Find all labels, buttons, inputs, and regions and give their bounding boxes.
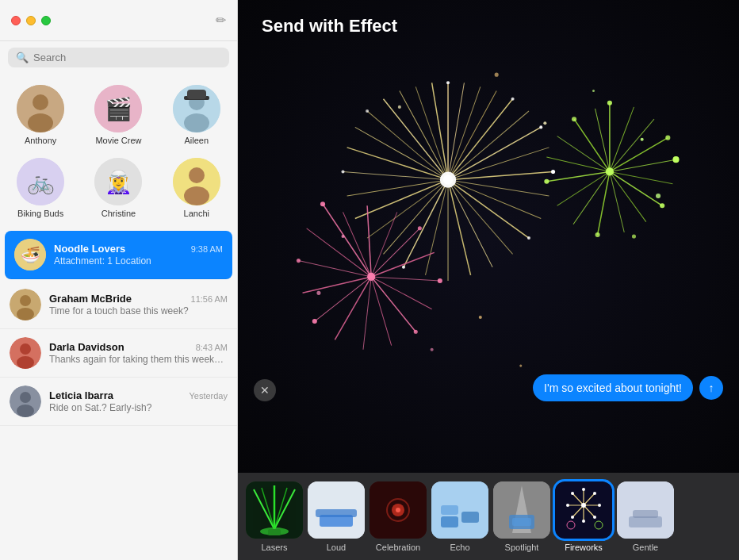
svg-rect-144 [441,516,458,527]
svg-point-124 [316,291,320,295]
svg-line-99 [610,171,624,232]
avatar-movie-crew: 🎬 [94,85,142,132]
fireworks-area: ✕ I'm so excited about tonight! ↑ [238,0,739,473]
svg-point-162 [598,504,601,507]
svg-line-92 [610,107,634,172]
svg-point-160 [582,488,585,491]
avatar-christine: 🧝‍♀️ [94,158,142,205]
svg-point-123 [341,235,344,238]
effect-thumb-fireworks [555,481,612,539]
effect-label-fireworks: Fireworks [565,543,603,552]
svg-text:🎬: 🎬 [105,96,132,122]
effect-gentle[interactable]: Gentle [617,481,674,552]
svg-point-15 [189,167,205,183]
svg-point-167 [571,492,574,495]
effect-thumb-celebration [370,481,427,539]
svg-point-16 [184,186,209,205]
svg-point-168 [581,503,586,508]
contact-name-anthony: Anthony [25,136,56,145]
conv-time-leticia: Yesterday [189,391,228,401]
conversation-graham-mcbride[interactable]: Graham McBride 11:56 AM Time for a touch… [0,281,237,329]
svg-point-21 [17,308,34,320]
svg-point-60 [539,125,542,128]
svg-point-90 [367,273,375,281]
svg-line-82 [367,205,371,277]
close-button[interactable] [11,16,21,25]
svg-line-32 [448,99,513,180]
svg-point-86 [312,319,317,324]
traffic-lights [11,16,51,25]
pinned-contact-aileen[interactable]: Aileen [159,80,234,150]
effect-label-loud: Loud [327,543,346,552]
svg-point-88 [438,278,442,283]
conv-time-graham: 11:56 AM [191,294,228,304]
effect-loud[interactable]: Loud [308,481,365,552]
fireworks-svg [238,0,739,473]
svg-point-161 [593,492,596,495]
svg-line-75 [371,277,391,346]
conv-preview-darla: Thanks again for taking them this weeken… [49,354,228,365]
contact-name-lanchi: Lanchi [184,209,209,218]
effect-label-spotlight: Spotlight [505,543,539,552]
conv-header-leticia: Leticia Ibarra Yesterday [49,389,228,401]
effect-fireworks[interactable]: Fireworks [555,481,612,552]
effect-label-gentle: Gentle [633,543,658,552]
conv-name-darla: Darla Davidson [49,341,124,353]
svg-point-116 [398,105,401,109]
svg-rect-145 [461,512,479,523]
contact-name-biking-buds: Biking Buds [17,209,63,218]
svg-point-87 [414,330,418,334]
conv-header-darla: Darla Davidson 8:43 AM [49,341,228,353]
search-input[interactable] [33,52,221,63]
effect-lasers[interactable]: Lasers [246,481,303,552]
svg-line-93 [610,119,654,171]
svg-text:🚲: 🚲 [27,169,55,195]
svg-line-104 [546,157,610,171]
svg-line-80 [371,228,419,277]
svg-point-89 [418,226,422,230]
effect-echo[interactable]: Echo [431,481,488,552]
maximize-button[interactable] [41,16,51,25]
svg-line-73 [335,277,371,340]
conv-time-noodle-lovers: 9:38 AM [191,244,223,254]
effect-spotlight[interactable]: Spotlight [493,481,550,552]
svg-point-127 [519,365,522,367]
compose-button[interactable]: ✏ [216,13,226,28]
svg-line-107 [595,109,610,172]
svg-point-63 [402,266,405,269]
pinned-contact-anthony[interactable]: Anthony [3,80,78,150]
svg-point-163 [593,516,596,519]
conversation-noodle-lovers[interactable]: 🍜 Noodle Lovers 9:38 AM Attachment: 1 Lo… [5,231,232,279]
avatar-anthony [17,85,64,132]
minimize-button[interactable] [26,16,36,25]
pinned-contact-lanchi[interactable]: Lanchi [159,153,234,223]
svg-point-110 [672,156,679,163]
svg-point-120 [641,138,644,141]
svg-point-65 [366,109,369,113]
svg-point-1 [33,94,48,110]
search-icon: 🔍 [16,52,29,63]
effect-celebration[interactable]: Celebration [370,481,427,552]
svg-point-85 [297,259,301,263]
contact-name-christine: Christine [101,209,136,218]
conv-name-graham: Graham McBride [49,293,132,305]
send-button[interactable]: ↑ [699,376,723,400]
close-effect-button[interactable]: ✕ [254,379,276,401]
svg-line-50 [343,171,449,179]
pinned-contact-christine[interactable]: 🧝‍♀️ Christine [81,153,155,223]
svg-text:🍜: 🍜 [21,245,40,264]
message-bubble: I'm so excited about tonight! [533,374,693,401]
conv-content-leticia: Leticia Ibarra Yesterday Ride on Sat.? E… [49,389,228,413]
svg-point-61 [551,170,555,174]
svg-point-109 [665,136,670,140]
conversation-darla-davidson[interactable]: Darla Davidson 8:43 AM Thanks again for … [0,329,237,378]
avatar-darla-davidson [10,337,41,369]
pinned-contact-biking-buds[interactable]: 🚲 Biking Buds [3,153,78,223]
svg-line-49 [347,180,448,196]
svg-rect-135 [268,529,281,535]
contact-name-movie-crew: Movie Crew [95,136,141,145]
conversation-leticia-ibarra[interactable]: Leticia Ibarra Yesterday Ride on Sat.? E… [0,378,237,426]
conv-time-darla: 8:43 AM [196,343,228,352]
effects-strip: Lasers Loud Celeb [238,473,739,560]
pinned-contact-movie-crew[interactable]: 🎬 Movie Crew [81,80,155,150]
